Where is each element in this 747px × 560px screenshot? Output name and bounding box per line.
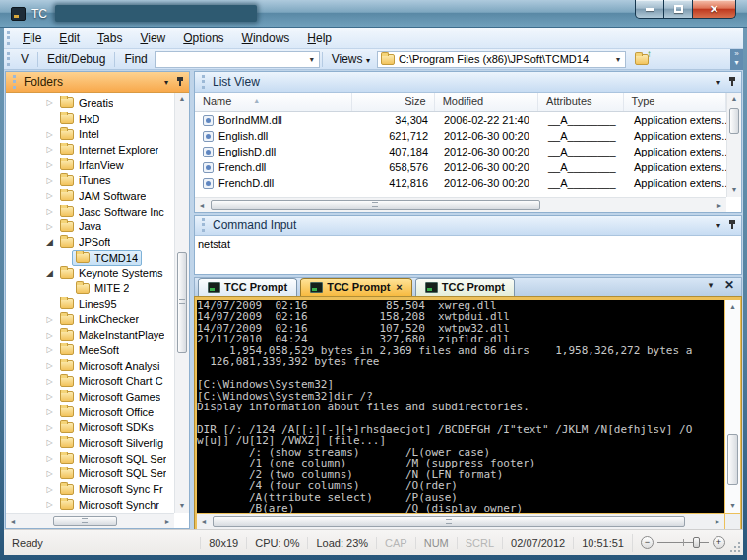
- tree-item[interactable]: ▷Internet Explorer: [6, 142, 174, 157]
- chevron-down-icon[interactable]: ▾: [713, 221, 724, 230]
- tree-expand-icon[interactable]: ▷: [43, 176, 56, 185]
- chevron-down-icon[interactable]: ▾: [160, 78, 172, 87]
- tree-expand-icon[interactable]: ▷: [43, 222, 56, 231]
- tree-expand-icon[interactable]: ▷: [43, 423, 56, 432]
- tree-item[interactable]: MITE 2: [6, 280, 174, 296]
- chevron-down-icon[interactable]: ▾: [305, 55, 319, 64]
- menu-item-options[interactable]: Options: [174, 29, 232, 48]
- tree-item[interactable]: ▷MeeSoft: [6, 342, 174, 358]
- chevron-down-icon[interactable]: ▾: [611, 55, 625, 64]
- scroll-down-icon[interactable]: ▼: [727, 183, 741, 197]
- list-horizontal-scrollbar[interactable]: ◄ ►: [195, 197, 726, 212]
- up-one-level-button[interactable]: ↑: [630, 50, 654, 68]
- tree-item[interactable]: ▷Microsoft Synchr: [6, 497, 174, 513]
- tab-tcc-prompt-1[interactable]: TCC Prompt: [198, 278, 297, 296]
- edit-debug-button[interactable]: Edit/Debug: [40, 50, 112, 68]
- tree-item-body[interactable]: TCMD14: [72, 250, 142, 266]
- tree-item-body[interactable]: Jasc Software Inc: [56, 204, 168, 219]
- scrollbar-thumb[interactable]: [53, 516, 117, 526]
- zoom-out-button[interactable]: −: [641, 536, 654, 549]
- tree-expand-icon[interactable]: ▷: [43, 160, 56, 169]
- find-combobox[interactable]: ▾: [155, 51, 320, 68]
- tree-expand-icon[interactable]: ▷: [43, 407, 56, 416]
- tree-item-body[interactable]: Greatis: [56, 95, 117, 111]
- table-row[interactable]: French.dll658,5762012-06-30 00:20__A____…: [195, 159, 726, 175]
- find-input[interactable]: [156, 53, 298, 66]
- view-button[interactable]: V: [14, 50, 35, 68]
- toolbar-grip[interactable]: [7, 52, 11, 66]
- path-combobox[interactable]: C:\Program Files (x86)\JPSoft\TCMD14 ▾: [377, 51, 626, 68]
- tree-item-body[interactable]: MITE 2: [72, 280, 133, 296]
- console-horizontal-scrollbar[interactable]: ◄ ►: [197, 514, 724, 529]
- tree-item-body[interactable]: IrfanView: [56, 157, 128, 173]
- toolbar-overflow-button[interactable]: » ▾: [730, 49, 743, 70]
- tree-item-body[interactable]: LinkChecker: [56, 311, 143, 327]
- views-button[interactable]: Views ▾: [325, 50, 377, 68]
- tree-item-body[interactable]: Microsoft Silverlig: [56, 435, 167, 451]
- tree-item-body[interactable]: Microsoft SDKs: [56, 419, 157, 435]
- tree-expand-icon[interactable]: ▷: [43, 392, 56, 401]
- tree-item-body[interactable]: Microsoft Analysi: [56, 358, 164, 374]
- tree-item-body[interactable]: JAM Software: [56, 188, 150, 204]
- tree-item-body[interactable]: iTunes: [56, 172, 115, 188]
- tree-item[interactable]: ▷Microsoft SQL Ser: [6, 467, 174, 482]
- tree-item-body[interactable]: Microsoft Synchr: [56, 497, 163, 513]
- scroll-up-icon[interactable]: ▲: [727, 93, 741, 106]
- tree-item[interactable]: ▷MakeInstantPlaye: [6, 327, 174, 342]
- table-row[interactable]: BorIndMM.dll34,3042006-02-22 21:40__A___…: [195, 112, 726, 128]
- tree-expand-icon[interactable]: ▷: [43, 361, 56, 370]
- tree-collapse-icon[interactable]: ◢: [43, 268, 56, 278]
- table-row[interactable]: EnglishD.dll407,1842012-06-30 00:20__A__…: [195, 144, 726, 159]
- column-header-name[interactable]: Name▲: [195, 93, 352, 111]
- tree-expand-icon[interactable]: ▷: [43, 500, 56, 509]
- scrollbar-thumb[interactable]: [727, 434, 738, 485]
- console-output[interactable]: 14/07/2009 02:16 85,504 xwreg.dll 14/07/…: [197, 300, 724, 513]
- tree-item[interactable]: ▷Java: [6, 219, 174, 235]
- maximize-button[interactable]: [664, 0, 692, 19]
- scroll-left-icon[interactable]: ◄: [195, 202, 209, 209]
- tree-item[interactable]: ▷Jasc Software Inc: [6, 204, 174, 219]
- tree-item-body[interactable]: JPSoft: [56, 234, 114, 250]
- tree-item[interactable]: ▷Microsoft Sync Fr: [6, 481, 174, 497]
- tree-item[interactable]: ▷Microsoft Analysi: [6, 358, 174, 374]
- minimize-button[interactable]: [635, 0, 664, 19]
- scroll-right-icon[interactable]: ►: [160, 518, 174, 525]
- list-vertical-scrollbar[interactable]: ▲ ▼: [726, 93, 741, 197]
- tree-item-body[interactable]: HxD: [56, 111, 103, 127]
- tree-item-body[interactable]: Microsoft Games: [56, 389, 164, 404]
- tree-item-body[interactable]: MeeSoft: [56, 342, 123, 358]
- folders-vertical-scrollbar[interactable]: ▲ ▼: [174, 93, 189, 513]
- tree-item-body[interactable]: Microsoft Office: [56, 404, 157, 420]
- tree-item-body[interactable]: Keynote Systems: [56, 265, 167, 280]
- scrollbar-thumb[interactable]: [177, 252, 187, 352]
- tree-item-body[interactable]: MakeInstantPlaye: [56, 327, 168, 342]
- tree-item-body[interactable]: Java: [56, 218, 105, 234]
- pin-icon[interactable]: [176, 76, 185, 88]
- close-tab-icon[interactable]: ✕: [724, 279, 734, 292]
- tree-item[interactable]: ◢JPSoft: [6, 234, 174, 250]
- column-header-size[interactable]: Size: [352, 93, 435, 111]
- console-vertical-scrollbar[interactable]: ▲ ▼: [725, 300, 740, 513]
- tree-expand-icon[interactable]: ▷: [43, 331, 56, 340]
- column-header-type[interactable]: Type: [624, 93, 726, 111]
- scroll-left-icon[interactable]: ◄: [197, 518, 211, 525]
- scroll-up-icon[interactable]: ▲: [725, 300, 740, 314]
- tab-list-dropdown-icon[interactable]: ▾: [705, 280, 716, 290]
- tree-expand-icon[interactable]: ▷: [43, 207, 56, 216]
- tree-item[interactable]: ▷Microsoft SDKs: [6, 419, 174, 435]
- chevron-down-icon[interactable]: ▾: [713, 78, 724, 87]
- table-row[interactable]: English.dll621,7122012-06-30 00:20__A___…: [195, 128, 726, 144]
- tree-item-body[interactable]: Microsoft SQL Ser: [56, 466, 170, 481]
- tree-item[interactable]: TCMD14: [6, 250, 174, 266]
- menu-item-edit[interactable]: Edit: [50, 29, 89, 48]
- tree-item[interactable]: ▷Intel: [6, 126, 174, 142]
- scroll-down-icon[interactable]: ▼: [725, 499, 740, 513]
- close-button[interactable]: ✕: [692, 0, 736, 19]
- tree-expand-icon[interactable]: ▷: [43, 438, 56, 447]
- tree-item-body[interactable]: Internet Explorer: [56, 142, 162, 157]
- tree-item-body[interactable]: Microsoft Sync Fr: [56, 481, 167, 497]
- tree-item[interactable]: ▷JAM Software: [6, 188, 174, 204]
- scroll-up-icon[interactable]: ▲: [175, 93, 189, 106]
- tree-item[interactable]: ▷Microsoft Chart C: [6, 373, 174, 389]
- column-header-modified[interactable]: Modified: [435, 93, 538, 111]
